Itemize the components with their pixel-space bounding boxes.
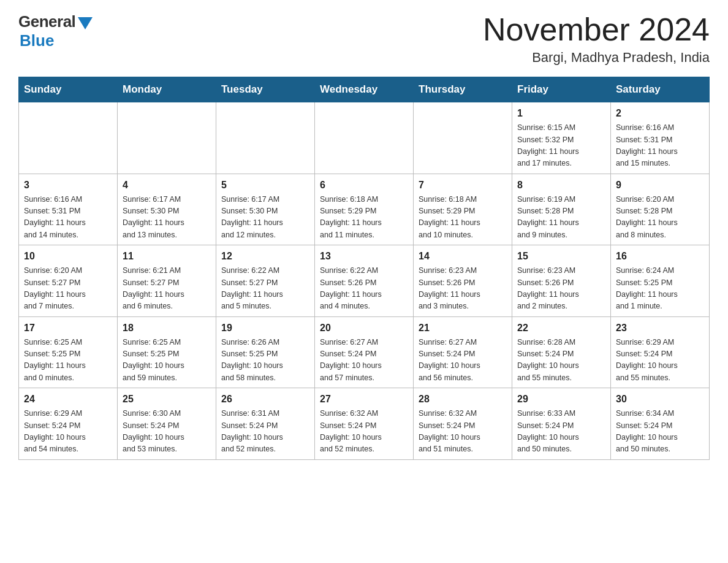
calendar-cell: 20Sunrise: 6:27 AM Sunset: 5:24 PM Dayli… xyxy=(315,316,414,388)
day-number: 30 xyxy=(616,392,704,407)
day-info: Sunrise: 6:29 AM Sunset: 5:24 PM Dayligh… xyxy=(616,337,704,385)
calendar-cell: 11Sunrise: 6:21 AM Sunset: 5:27 PM Dayli… xyxy=(118,245,216,317)
day-info: Sunrise: 6:25 AM Sunset: 5:25 PM Dayligh… xyxy=(123,337,211,385)
calendar-cell: 15Sunrise: 6:23 AM Sunset: 5:26 PM Dayli… xyxy=(512,245,611,317)
day-number: 10 xyxy=(24,249,112,264)
logo-blue-text: Blue xyxy=(20,31,54,50)
calendar-cell: 27Sunrise: 6:32 AM Sunset: 5:24 PM Dayli… xyxy=(315,388,414,460)
day-info: Sunrise: 6:21 AM Sunset: 5:27 PM Dayligh… xyxy=(123,265,211,313)
day-info: Sunrise: 6:28 AM Sunset: 5:24 PM Dayligh… xyxy=(517,337,605,385)
calendar-cell: 19Sunrise: 6:26 AM Sunset: 5:25 PM Dayli… xyxy=(216,316,315,388)
calendar-week-row: 17Sunrise: 6:25 AM Sunset: 5:25 PM Dayli… xyxy=(19,316,710,388)
day-info: Sunrise: 6:23 AM Sunset: 5:26 PM Dayligh… xyxy=(419,265,507,313)
calendar-cell: 14Sunrise: 6:23 AM Sunset: 5:26 PM Dayli… xyxy=(414,245,512,317)
day-info: Sunrise: 6:27 AM Sunset: 5:24 PM Dayligh… xyxy=(419,337,507,385)
day-number: 7 xyxy=(419,178,507,193)
calendar-cell xyxy=(315,102,414,174)
day-info: Sunrise: 6:22 AM Sunset: 5:26 PM Dayligh… xyxy=(320,265,408,313)
calendar-cell: 1Sunrise: 6:15 AM Sunset: 5:32 PM Daylig… xyxy=(512,102,611,174)
day-info: Sunrise: 6:31 AM Sunset: 5:24 PM Dayligh… xyxy=(221,408,309,456)
day-header-sunday: Sunday xyxy=(19,77,118,102)
calendar-cell: 13Sunrise: 6:22 AM Sunset: 5:26 PM Dayli… xyxy=(315,245,414,317)
day-info: Sunrise: 6:16 AM Sunset: 5:31 PM Dayligh… xyxy=(616,122,704,170)
day-info: Sunrise: 6:24 AM Sunset: 5:25 PM Dayligh… xyxy=(616,265,704,313)
calendar-cell: 17Sunrise: 6:25 AM Sunset: 5:25 PM Dayli… xyxy=(19,316,118,388)
day-info: Sunrise: 6:17 AM Sunset: 5:30 PM Dayligh… xyxy=(123,194,211,242)
logo-general-text: General xyxy=(18,12,75,31)
day-number: 5 xyxy=(221,178,309,193)
day-number: 6 xyxy=(320,178,408,193)
day-info: Sunrise: 6:27 AM Sunset: 5:24 PM Dayligh… xyxy=(320,337,408,385)
day-number: 2 xyxy=(616,106,704,121)
day-number: 29 xyxy=(517,392,605,407)
day-info: Sunrise: 6:32 AM Sunset: 5:24 PM Dayligh… xyxy=(419,408,507,456)
day-header-saturday: Saturday xyxy=(611,77,710,102)
day-number: 14 xyxy=(419,249,507,264)
calendar-cell xyxy=(19,102,118,174)
day-number: 15 xyxy=(517,249,605,264)
day-number: 16 xyxy=(616,249,704,264)
day-number: 13 xyxy=(320,249,408,264)
day-number: 19 xyxy=(221,321,309,335)
day-info: Sunrise: 6:34 AM Sunset: 5:24 PM Dayligh… xyxy=(616,408,704,456)
day-info: Sunrise: 6:18 AM Sunset: 5:29 PM Dayligh… xyxy=(320,194,408,242)
day-number: 26 xyxy=(221,392,309,407)
day-number: 24 xyxy=(24,392,112,407)
calendar-cell: 30Sunrise: 6:34 AM Sunset: 5:24 PM Dayli… xyxy=(611,388,710,460)
day-number: 22 xyxy=(517,321,605,335)
day-number: 3 xyxy=(24,178,112,193)
calendar-cell: 7Sunrise: 6:18 AM Sunset: 5:29 PM Daylig… xyxy=(414,174,512,245)
page-header: General Blue November 2024 Bargi, Madhya… xyxy=(18,12,710,66)
calendar-cell: 4Sunrise: 6:17 AM Sunset: 5:30 PM Daylig… xyxy=(118,174,216,245)
day-info: Sunrise: 6:17 AM Sunset: 5:30 PM Dayligh… xyxy=(221,194,309,242)
day-info: Sunrise: 6:26 AM Sunset: 5:25 PM Dayligh… xyxy=(221,337,309,385)
day-number: 8 xyxy=(517,178,605,193)
day-number: 28 xyxy=(419,392,507,407)
day-number: 25 xyxy=(123,392,211,407)
day-info: Sunrise: 6:22 AM Sunset: 5:27 PM Dayligh… xyxy=(221,265,309,313)
calendar-title: November 2024 xyxy=(483,12,710,47)
day-number: 1 xyxy=(517,106,605,121)
calendar-cell: 3Sunrise: 6:16 AM Sunset: 5:31 PM Daylig… xyxy=(19,174,118,245)
calendar-cell xyxy=(216,102,315,174)
calendar-cell: 2Sunrise: 6:16 AM Sunset: 5:31 PM Daylig… xyxy=(611,102,710,174)
title-block: November 2024 Bargi, Madhya Pradesh, Ind… xyxy=(483,12,710,66)
calendar-cell: 26Sunrise: 6:31 AM Sunset: 5:24 PM Dayli… xyxy=(216,388,315,460)
day-number: 21 xyxy=(419,321,507,335)
calendar-week-row: 10Sunrise: 6:20 AM Sunset: 5:27 PM Dayli… xyxy=(19,245,710,317)
day-info: Sunrise: 6:23 AM Sunset: 5:26 PM Dayligh… xyxy=(517,265,605,313)
calendar-cell: 8Sunrise: 6:19 AM Sunset: 5:28 PM Daylig… xyxy=(512,174,611,245)
day-info: Sunrise: 6:32 AM Sunset: 5:24 PM Dayligh… xyxy=(320,408,408,456)
calendar-cell xyxy=(414,102,512,174)
calendar-header-row: SundayMondayTuesdayWednesdayThursdayFrid… xyxy=(19,77,710,102)
day-info: Sunrise: 6:29 AM Sunset: 5:24 PM Dayligh… xyxy=(24,408,112,456)
day-info: Sunrise: 6:15 AM Sunset: 5:32 PM Dayligh… xyxy=(517,122,605,170)
day-number: 9 xyxy=(616,178,704,193)
calendar-cell xyxy=(118,102,216,174)
day-info: Sunrise: 6:16 AM Sunset: 5:31 PM Dayligh… xyxy=(24,194,112,242)
day-info: Sunrise: 6:20 AM Sunset: 5:27 PM Dayligh… xyxy=(24,265,112,313)
calendar-cell: 24Sunrise: 6:29 AM Sunset: 5:24 PM Dayli… xyxy=(19,388,118,460)
day-number: 18 xyxy=(123,321,211,335)
day-info: Sunrise: 6:33 AM Sunset: 5:24 PM Dayligh… xyxy=(517,408,605,456)
day-number: 12 xyxy=(221,249,309,264)
day-number: 4 xyxy=(123,178,211,193)
day-header-tuesday: Tuesday xyxy=(216,77,315,102)
calendar-week-row: 1Sunrise: 6:15 AM Sunset: 5:32 PM Daylig… xyxy=(19,102,710,174)
day-number: 27 xyxy=(320,392,408,407)
calendar-cell: 29Sunrise: 6:33 AM Sunset: 5:24 PM Dayli… xyxy=(512,388,611,460)
calendar-week-row: 24Sunrise: 6:29 AM Sunset: 5:24 PM Dayli… xyxy=(19,388,710,460)
day-number: 23 xyxy=(616,321,704,335)
day-header-wednesday: Wednesday xyxy=(315,77,414,102)
calendar-week-row: 3Sunrise: 6:16 AM Sunset: 5:31 PM Daylig… xyxy=(19,174,710,245)
day-info: Sunrise: 6:19 AM Sunset: 5:28 PM Dayligh… xyxy=(517,194,605,242)
day-number: 20 xyxy=(320,321,408,335)
day-info: Sunrise: 6:20 AM Sunset: 5:28 PM Dayligh… xyxy=(616,194,704,242)
day-info: Sunrise: 6:18 AM Sunset: 5:29 PM Dayligh… xyxy=(419,194,507,242)
calendar-cell: 10Sunrise: 6:20 AM Sunset: 5:27 PM Dayli… xyxy=(19,245,118,317)
day-header-thursday: Thursday xyxy=(414,77,512,102)
day-header-monday: Monday xyxy=(118,77,216,102)
day-number: 11 xyxy=(123,249,211,264)
logo-triangle-icon xyxy=(78,17,93,29)
calendar-cell: 18Sunrise: 6:25 AM Sunset: 5:25 PM Dayli… xyxy=(118,316,216,388)
